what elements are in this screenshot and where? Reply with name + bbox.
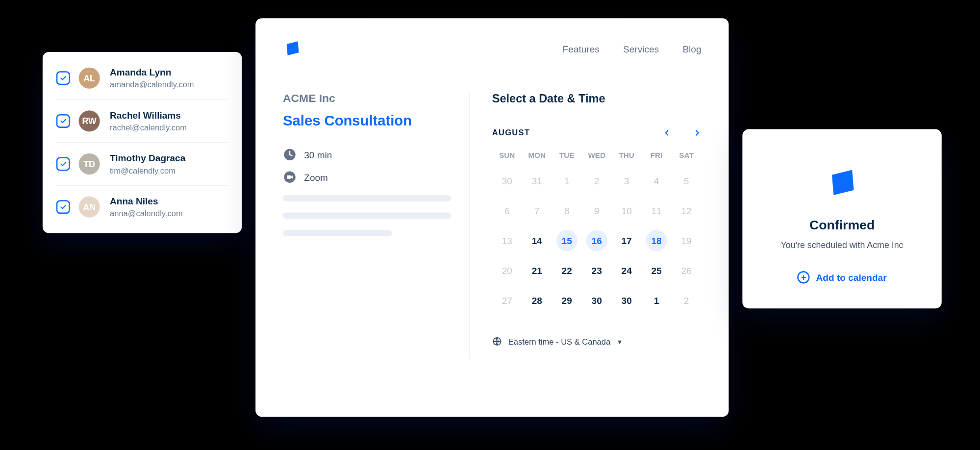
calendar-day[interactable]: 14 [522, 225, 552, 255]
member-name: Rachel Williams [110, 110, 187, 121]
day-of-week-label: MON [522, 151, 552, 166]
member-name: Anna Niles [110, 196, 183, 206]
avatar: TD [78, 153, 100, 175]
placeholder-line [283, 230, 392, 236]
avatar: RW [78, 110, 100, 131]
duration-row: 30 min [283, 148, 451, 162]
month-label: AUGUST [492, 128, 529, 137]
checkbox-checked[interactable] [56, 114, 70, 128]
timezone-text: Eastern time - US & Canada [508, 337, 610, 346]
calendar-day: 3 [611, 166, 641, 196]
calendar-panel: Select a Date & Time AUGUST SUNMONTUEWED… [470, 92, 701, 359]
checkbox-checked[interactable] [56, 200, 70, 214]
calendar-day: 2 [671, 285, 701, 315]
company-name: ACME Inc [283, 92, 451, 105]
day-of-week-label: WED [581, 151, 611, 166]
prev-month-button[interactable] [662, 128, 671, 137]
nav-blog[interactable]: Blog [682, 44, 701, 54]
nav-services[interactable]: Services [623, 44, 659, 54]
calendar-grid: SUNMONTUEWEDTHUFRISAT3031123456789101112… [492, 151, 701, 315]
calendar-day[interactable]: 25 [641, 255, 671, 285]
team-member-row[interactable]: ANAnna Nilesanna@calendly.com [56, 186, 228, 229]
calendar-day[interactable]: 16 [581, 225, 611, 255]
confirm-subtitle: You're scheduled with Acme Inc [757, 240, 926, 250]
calendar-heading: Select a Date & Time [492, 92, 701, 105]
duration-text: 30 min [304, 150, 332, 160]
chevron-down-icon: ▼ [616, 338, 623, 345]
calendar-day[interactable]: 21 [522, 255, 552, 285]
placeholder-line [283, 213, 451, 219]
svg-rect-2 [287, 175, 291, 179]
member-email: anna@calendly.com [110, 209, 183, 218]
globe-icon [492, 336, 502, 346]
calendar-day: 31 [522, 166, 552, 196]
team-member-row[interactable]: ALAmanda Lynnamanda@calendly.com [56, 64, 228, 100]
location-text: Zoom [304, 172, 328, 182]
checkbox-checked[interactable] [56, 157, 70, 171]
calendar-day[interactable]: 24 [611, 255, 641, 285]
calendar-day: 4 [641, 166, 671, 196]
day-of-week-label: SAT [671, 151, 701, 166]
calendar-day: 20 [492, 255, 522, 285]
confirmation-card: Confirmed You're scheduled with Acme Inc… [742, 129, 941, 308]
calendar-day: 6 [492, 196, 522, 225]
member-email: rachel@calendly.com [110, 123, 187, 132]
calendar-day[interactable]: 15 [552, 225, 581, 255]
confirm-title: Confirmed [757, 218, 926, 232]
clock-icon [283, 148, 297, 162]
calendar-day[interactable]: 1 [641, 285, 671, 315]
member-name: Timothy Dagraca [110, 153, 185, 164]
add-to-calendar-label: Add to calendar [816, 272, 886, 283]
calendar-day[interactable]: 28 [522, 285, 552, 315]
calendar-day[interactable]: 30 [611, 285, 641, 315]
event-details: ACME Inc Sales Consultation 30 min Zoom [283, 92, 470, 359]
calendar-day: 26 [671, 255, 701, 285]
calendar-day: 11 [641, 196, 671, 225]
calendar-day[interactable]: 29 [552, 285, 581, 315]
team-members-card: ALAmanda Lynnamanda@calendly.comRWRachel… [42, 52, 241, 233]
booking-header: Features Services Blog [283, 40, 701, 58]
calendar-day: 7 [522, 196, 552, 225]
location-row: Zoom [283, 170, 451, 184]
placeholder-line [283, 195, 451, 201]
day-of-week-label: THU [611, 151, 641, 166]
calendar-day: 27 [492, 285, 522, 315]
avatar: AL [78, 68, 100, 89]
calendar-day: 10 [611, 196, 641, 225]
plus-circle-icon: + [797, 271, 809, 283]
team-member-row[interactable]: RWRachel Williamsrachel@calendly.com [56, 100, 228, 143]
calendar-day[interactable]: 22 [552, 255, 581, 285]
calendar-day[interactable]: 17 [611, 225, 641, 255]
calendar-day: 12 [671, 196, 701, 225]
calendar-day: 2 [581, 166, 611, 196]
day-of-week-label: SUN [492, 151, 522, 166]
video-icon [283, 170, 297, 184]
avatar: AN [78, 197, 100, 218]
calendar-day: 5 [671, 166, 701, 196]
day-of-week-label: FRI [641, 151, 671, 166]
calendar-day: 1 [552, 166, 581, 196]
brand-logo-icon [283, 40, 302, 58]
calendar-day: 19 [671, 225, 701, 255]
calendar-day: 13 [492, 225, 522, 255]
nav-features[interactable]: Features [562, 44, 599, 54]
timezone-selector[interactable]: Eastern time - US & Canada ▼ [492, 336, 701, 346]
calendar-day[interactable]: 18 [641, 225, 671, 255]
member-email: amanda@calendly.com [110, 80, 194, 89]
team-member-row[interactable]: TDTimothy Dagracatim@calendly.com [56, 143, 228, 186]
event-title: Sales Consultation [283, 112, 451, 129]
next-month-button[interactable] [692, 128, 701, 137]
top-nav: Features Services Blog [562, 44, 701, 54]
calendar-day[interactable]: 23 [581, 255, 611, 285]
checkbox-checked[interactable] [56, 71, 70, 85]
member-email: tim@calendly.com [110, 166, 185, 175]
member-name: Amanda Lynn [110, 67, 194, 77]
add-to-calendar-button[interactable]: + Add to calendar [797, 271, 886, 283]
calendar-day: 8 [552, 196, 581, 225]
calendar-day: 9 [581, 196, 611, 225]
booking-card: Features Services Blog ACME Inc Sales Co… [255, 18, 729, 417]
calendar-day[interactable]: 30 [581, 285, 611, 315]
brand-logo-icon [825, 167, 859, 200]
day-of-week-label: TUE [552, 151, 581, 166]
calendar-day: 30 [492, 166, 522, 196]
